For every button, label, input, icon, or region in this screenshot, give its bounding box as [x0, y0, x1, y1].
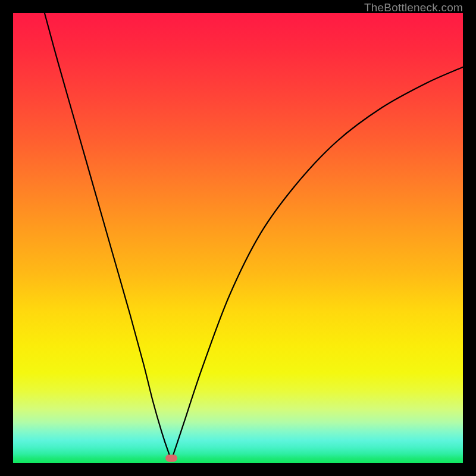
bottleneck-curve [45, 13, 463, 458]
minimum-marker [165, 455, 177, 462]
watermark-text: TheBottleneck.com [364, 1, 463, 14]
chart-svg [13, 13, 463, 463]
